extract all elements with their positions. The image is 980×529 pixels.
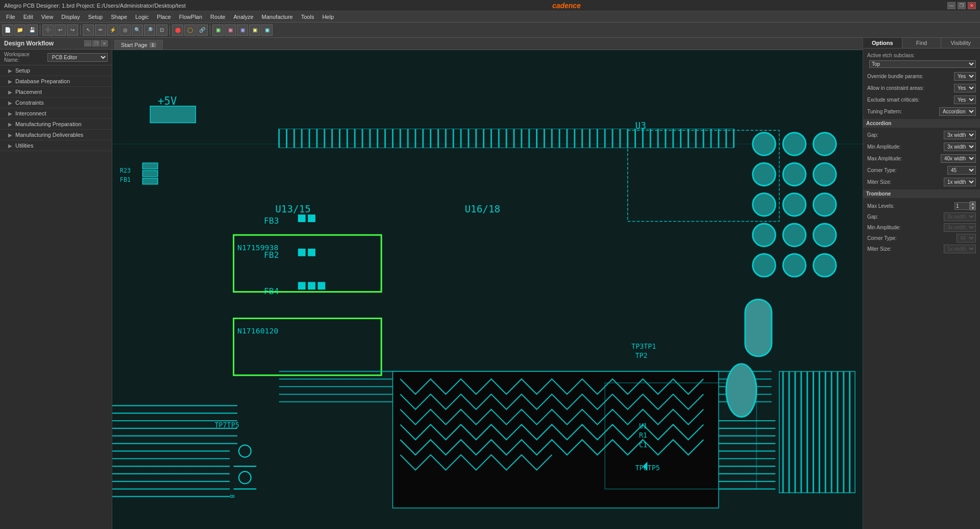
max-amp-select[interactable]: 40x width 20x width	[941, 154, 976, 163]
svg-rect-98	[298, 282, 306, 290]
workflow-win-btns[interactable]: — ❐ ✕	[84, 40, 108, 46]
spin-arrows[interactable]: ▲ ▼	[970, 201, 976, 210]
svg-point-80	[753, 254, 776, 277]
sidebar-item-interconnect[interactable]: ▶ Interconnect	[0, 108, 112, 119]
active-etch-select[interactable]: Top Bottom	[869, 60, 976, 68]
menu-edit[interactable]: Edit	[19, 13, 37, 21]
trombone-min-amp-select[interactable]: 3x width	[944, 223, 976, 232]
trombone-corner-type-select[interactable]: 45	[957, 234, 976, 243]
window-controls[interactable]: — ❐ ✕	[947, 2, 976, 9]
menu-place[interactable]: Place	[153, 13, 175, 21]
svg-rect-94	[298, 214, 306, 222]
trombone-gap-select[interactable]: 3x width	[944, 212, 976, 221]
tab-visibility[interactable]: Visibility	[941, 38, 980, 48]
sidebar-item-placement[interactable]: ▶ Placement	[0, 87, 112, 98]
spin-up[interactable]: ▲	[970, 201, 976, 206]
workflow-header: Design Workflow — ❐ ✕	[0, 38, 112, 50]
trombone-gap-row: Gap: 3x width	[867, 212, 976, 221]
menu-flowplan[interactable]: FlowPlan	[175, 13, 206, 21]
toolbar-draw[interactable]: ✏	[95, 25, 106, 36]
menu-logic[interactable]: Logic	[131, 13, 153, 21]
menu-tools[interactable]: Tools	[297, 13, 318, 21]
workspace-select[interactable]: PCB Editor	[47, 53, 108, 62]
trombone-miter-size-select[interactable]: 1x width	[944, 245, 976, 253]
trombone-corner-type-label: Corner Type:	[867, 235, 897, 241]
svg-rect-90	[142, 178, 158, 184]
menu-display[interactable]: Display	[57, 13, 84, 21]
svg-point-71	[753, 163, 776, 186]
sidebar-item-database-prep[interactable]: ▶ Database Preparation	[0, 76, 112, 87]
svg-text:N17159938: N17159938	[237, 243, 278, 252]
allow-constraint-label: Allow in constraint areas:	[867, 85, 924, 91]
sidebar-item-constraints[interactable]: ▶ Constraints	[0, 98, 112, 108]
toolbar-layer2[interactable]: ▣	[225, 25, 236, 36]
pcb-canvas[interactable]: +5V U13/15 U16/18	[112, 50, 863, 529]
menu-file[interactable]: File	[2, 13, 19, 21]
tuning-pattern-select[interactable]: Accordion Trombone	[939, 107, 976, 116]
maximize-button[interactable]: ❐	[958, 2, 966, 9]
tab-find[interactable]: Find	[902, 38, 942, 48]
allow-constraint-select[interactable]: Yes No	[954, 84, 976, 92]
minimize-button[interactable]: —	[947, 2, 955, 9]
sidebar-item-utilities[interactable]: ▶ Utilities	[0, 140, 112, 151]
close-button[interactable]: ✕	[968, 2, 976, 9]
toolbar-layer5[interactable]: ▣	[261, 25, 273, 36]
tuning-pattern-row: Tuning Pattern: Accordion Trombone	[867, 107, 976, 116]
toolbar-save[interactable]: 💾	[27, 25, 38, 36]
toolbar-undo[interactable]: ↩	[55, 25, 66, 36]
toolbar-layer1[interactable]: ▣	[212, 25, 224, 36]
max-levels-spinner[interactable]: ▲ ▼	[954, 201, 976, 210]
toolbar-net[interactable]: 🔗	[197, 25, 208, 36]
sidebar-item-manufacturing-prep[interactable]: ▶ Manufacturing Preparation	[0, 119, 112, 130]
toolbar-via[interactable]: ◎	[119, 25, 131, 36]
workflow-minimize[interactable]: —	[84, 40, 91, 46]
toolbar-new[interactable]: 📄	[2, 25, 13, 36]
svg-rect-96	[298, 249, 306, 256]
svg-rect-99	[308, 282, 315, 290]
sidebar-item-setup[interactable]: ▶ Setup	[0, 65, 112, 76]
svg-text:FB1: FB1	[120, 176, 131, 183]
active-etch-row: Top Bottom	[867, 60, 976, 68]
toolbar-add[interactable]: ➕	[42, 25, 54, 36]
toolbar-zoom-in[interactable]: 🔍	[132, 25, 143, 36]
max-levels-input[interactable]	[954, 202, 970, 210]
toolbar-fit[interactable]: ⊡	[156, 25, 167, 36]
miter-size-row: Miter Size: 1x width 2x width	[867, 178, 976, 186]
workflow-close[interactable]: ✕	[101, 40, 108, 46]
toolbar-drc[interactable]: ⬤	[172, 25, 183, 36]
menu-manufacture[interactable]: Manufacture	[258, 13, 297, 21]
menu-analyze[interactable]: Analyze	[229, 13, 257, 21]
menu-setup[interactable]: Setup	[84, 13, 107, 21]
workflow-restore[interactable]: ❐	[92, 40, 100, 46]
menu-view[interactable]: View	[37, 13, 58, 21]
arrow-icon: ▶	[8, 89, 12, 95]
tab-options[interactable]: Options	[863, 38, 902, 48]
sidebar-item-manufacturing-del[interactable]: ▶ Manufacturing Deliverables	[0, 130, 112, 140]
toolbar-open[interactable]: 📁	[14, 25, 26, 36]
trombone-min-amp-label: Min Amplitude:	[867, 225, 901, 230]
menu-shape[interactable]: Shape	[107, 13, 131, 21]
toolbar-select[interactable]: ↖	[83, 25, 94, 36]
toolbar-circle[interactable]: ◯	[184, 25, 195, 36]
svg-text:FB3: FB3	[264, 216, 279, 226]
corner-type-select[interactable]: 45 90 Round	[947, 166, 976, 175]
toolbar-route[interactable]: ⚡	[107, 25, 118, 36]
miter-size-select[interactable]: 1x width 2x width	[944, 178, 976, 186]
toolbar-redo[interactable]: ↪	[67, 25, 78, 36]
cadence-logo: cadence	[552, 2, 581, 10]
menu-route[interactable]: Route	[206, 13, 229, 21]
override-bundle-row: Override bundle params: Yes No	[867, 72, 976, 81]
svg-rect-100	[317, 282, 325, 290]
toolbar-zoom-out[interactable]: 🔎	[144, 25, 155, 36]
menu-help[interactable]: Help	[318, 13, 338, 21]
svg-rect-97	[308, 249, 315, 256]
exclude-smart-select[interactable]: Yes No	[954, 95, 976, 104]
toolbar-layer3[interactable]: ▣	[237, 25, 248, 36]
svg-point-72	[783, 163, 806, 186]
override-bundle-select[interactable]: Yes No	[954, 72, 976, 81]
tab-start-page[interactable]: Start Page 1	[114, 40, 163, 50]
spin-down[interactable]: ▼	[970, 206, 976, 210]
min-amp-select[interactable]: 3x width 1x width	[944, 142, 976, 151]
toolbar-layer4[interactable]: ▣	[249, 25, 260, 36]
gap-select[interactable]: 3x width 1x width 2x width	[944, 131, 976, 139]
